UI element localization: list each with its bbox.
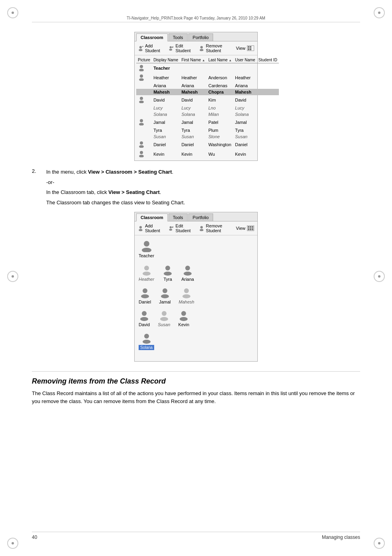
table-row[interactable]: Teacher — [136, 63, 279, 73]
tab-tools-1[interactable]: Tools — [169, 33, 188, 41]
seating-student-mahesh[interactable]: Mahesh — [179, 287, 194, 304]
panel1-table-wrapper: Picture Display Name First Name ▲ Last N… — [135, 55, 257, 161]
seating-student-susan[interactable]: Susan — [158, 310, 170, 327]
table-cell-display: Daniel — [152, 140, 180, 149]
remove-student-btn-2[interactable]: Remove Student — [199, 223, 231, 233]
footer-section: Managing classes — [322, 534, 360, 540]
step2-line1-prefix: In the menu, click — [46, 169, 88, 175]
svg-point-23 — [200, 226, 203, 229]
table-cell-picture — [136, 117, 152, 127]
seating-student-name: Jamal — [159, 300, 171, 304]
seating-row-2: DavidSusanKevin — [139, 310, 253, 327]
table-row[interactable]: LucyLucyLnoLucy — [136, 105, 279, 111]
table-cell-first: Jamal — [180, 117, 207, 127]
table-row[interactable]: DavidDavidKimDavid — [136, 95, 279, 105]
tab-classroom-2[interactable]: Classroom — [136, 213, 168, 221]
table-cell-first: Tyra — [180, 127, 207, 133]
svg-point-46 — [143, 340, 151, 344]
step2-line1-suffix: . — [172, 169, 174, 175]
panel1: Classroom Tools Portfolio + Add Student — [134, 32, 258, 161]
table-cell-picture — [136, 149, 152, 159]
seating-student-kevin[interactable]: Kevin — [178, 310, 189, 327]
seating-student-daniel[interactable]: Daniel — [139, 287, 151, 304]
view-label-2: View — [236, 226, 245, 231]
teacher-label: Teacher — [139, 253, 154, 258]
table-row[interactable]: SusanSusanStoneSusan — [136, 133, 279, 140]
remove-student-icon-2 — [199, 225, 204, 232]
table-row[interactable]: KevinKevinWuKevin — [136, 149, 279, 159]
reg-mark-top-right — [374, 7, 385, 18]
seating-student-ariana[interactable]: Ariana — [181, 264, 194, 282]
table-cell-sid — [257, 73, 279, 82]
step2-line2-bold: View > Seating Chart — [108, 189, 160, 195]
col-last[interactable]: Last Name ▲ — [207, 57, 233, 63]
table-cell-last — [207, 63, 233, 73]
panel1-tabs: Classroom Tools Portfolio — [135, 32, 257, 41]
seating-student-heather[interactable]: Heather — [139, 264, 154, 282]
view-icon-grid-2[interactable] — [247, 225, 254, 231]
svg-point-34 — [141, 294, 149, 298]
tab-portfolio-2[interactable]: Portfolio — [188, 213, 213, 221]
table-cell-display: Susan — [152, 133, 180, 140]
svg-point-16 — [139, 145, 144, 148]
student-seating-icon — [139, 310, 150, 321]
student-avatar-icon — [138, 74, 145, 81]
seating-student-tyra[interactable]: Tyra — [162, 264, 173, 282]
table-cell-picture — [136, 105, 152, 111]
student-seating-icon — [159, 287, 171, 298]
col-first[interactable]: First Name ▲ — [180, 57, 207, 63]
table-cell-first: Solana — [180, 111, 207, 117]
seating-student-solana[interactable]: Solana — [139, 333, 154, 350]
table-cell-last: Washington — [207, 140, 233, 149]
svg-point-31 — [185, 266, 190, 270]
table-cell-username — [233, 63, 257, 73]
table-row[interactable]: JamalJamalPatelJamal — [136, 117, 279, 127]
section-body: The Class Record maintains a list of all… — [32, 390, 360, 405]
svg-point-4 — [169, 49, 172, 51]
reg-mark-mid-left — [7, 271, 18, 282]
table-row[interactable]: MaheshMaheshChopraMahesh — [136, 89, 279, 95]
table-cell-first: Daniel — [180, 140, 207, 149]
tab-portfolio-1[interactable]: Portfolio — [188, 33, 213, 41]
svg-point-29 — [165, 266, 170, 270]
tab-tools-2[interactable]: Tools — [169, 213, 188, 221]
add-student-btn-2[interactable]: Add Student — [138, 223, 164, 233]
svg-point-5 — [200, 46, 203, 49]
student-seating-icon — [182, 264, 193, 276]
table-cell-first: Susan — [180, 133, 207, 140]
table-row[interactable]: SolanaSolanaMilanSolana — [136, 111, 279, 117]
add-student-btn-1[interactable]: + Add Student — [138, 43, 164, 53]
table-cell-sid — [257, 149, 279, 159]
table-cell-picture — [136, 73, 152, 82]
seating-student-david[interactable]: David — [139, 310, 150, 327]
reg-mark-bottom-right — [374, 538, 385, 549]
table-cell-last: Anderson — [207, 73, 233, 82]
step2-line2-suffix: . — [160, 189, 161, 195]
tab-classroom-1[interactable]: Classroom — [136, 33, 168, 41]
table-row[interactable]: ArianaArianaCardenasAriana — [136, 82, 279, 89]
remove-student-label-1: Remove Student — [206, 43, 231, 53]
student-seating-icon — [178, 310, 189, 321]
table-row[interactable]: TyraTyraPlumTyra — [136, 127, 279, 133]
edit-student-btn-2[interactable]: Edit Student — [169, 223, 194, 233]
seating-student-jamal[interactable]: Jamal — [159, 287, 171, 304]
view-icon-list-1[interactable] — [247, 45, 254, 51]
teacher-avatar: Teacher — [139, 239, 154, 258]
svg-point-12 — [139, 101, 144, 104]
teacher-icon — [140, 239, 153, 252]
table-cell-last: Wu — [207, 149, 233, 159]
table-cell-username: Susan — [233, 133, 257, 140]
step2-line1: In the menu, click View > Classroom > Se… — [46, 168, 360, 176]
step2-line3: The Classroom tab changes the class view… — [46, 199, 360, 207]
table-row[interactable]: DanielDanielWashingtonDaniel — [136, 140, 279, 149]
add-student-label-1: Add Student — [145, 43, 164, 53]
view-control-1: View — [236, 45, 254, 51]
table-cell-display: Ariana — [152, 82, 180, 89]
table-cell-sid — [257, 89, 279, 95]
edit-student-btn-1[interactable]: Edit Student — [169, 43, 194, 53]
table-cell-display: Heather — [152, 73, 180, 82]
step2-content: In the menu, click View > Classroom > Se… — [46, 168, 360, 209]
panel2-toolbar: Add Student Edit Student Remove Student … — [135, 221, 257, 235]
table-row[interactable]: HeatherHeatherAndersonHeather — [136, 73, 279, 82]
remove-student-btn-1[interactable]: Remove Student — [199, 43, 231, 53]
